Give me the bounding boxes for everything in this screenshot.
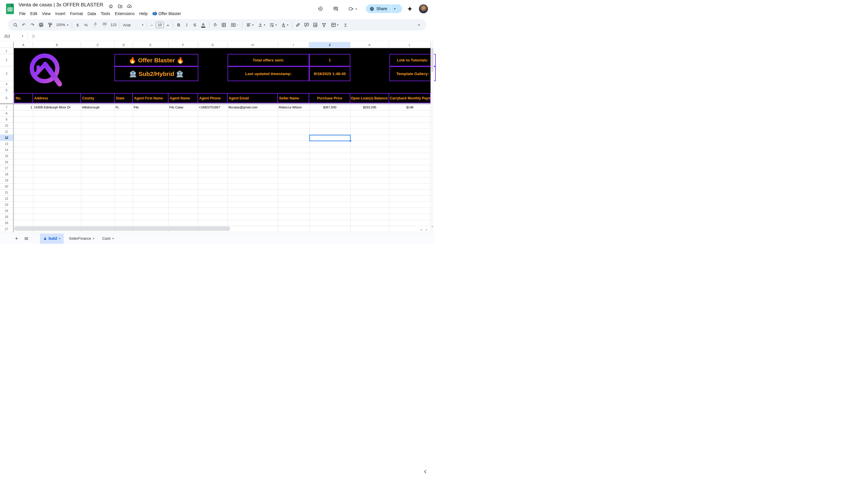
column-header-C[interactable]: C [81, 42, 115, 48]
header-cell-seller-name[interactable]: Seller Name [278, 93, 309, 103]
redo-button[interactable]: ↷ [28, 21, 37, 29]
menu-format[interactable]: Format [68, 10, 85, 17]
formula-input[interactable] [38, 31, 434, 41]
sheets-logo-icon[interactable] [6, 3, 14, 14]
banner-subtitle-cell[interactable]: 🏦 Sub2/Hybrid 🏦 [114, 66, 198, 81]
column-header-H[interactable]: H [227, 42, 278, 48]
row-header-9[interactable]: 9 [0, 117, 13, 123]
fill-color-button[interactable] [211, 21, 219, 29]
tutorials-link-cell[interactable]: Link to Tutorials: [390, 54, 434, 66]
decrease-decimals-button[interactable]: .0← [90, 21, 100, 29]
italic-button[interactable]: I [183, 21, 191, 29]
all-sheets-button[interactable] [22, 236, 31, 241]
row-header-26[interactable]: 26 [0, 220, 13, 226]
menu-view[interactable]: View [40, 10, 53, 17]
column-header-G[interactable]: G [198, 42, 227, 48]
timestamp-label-cell[interactable]: Last updated timestamp: [227, 66, 309, 81]
zoom-control[interactable]: 100% ▾ [54, 21, 70, 29]
selected-cell-J12[interactable] [309, 135, 351, 141]
header-cell-agent-phone[interactable]: Agent Phone [198, 93, 227, 103]
collapse-toolbar-button[interactable] [414, 21, 423, 29]
data-cell-row7-col-J[interactable]: $367,500 [309, 104, 350, 110]
font-family-control[interactable]: Arial ▾ [121, 21, 145, 29]
menu-extensions[interactable]: Extensions [112, 10, 137, 17]
meet-dropdown-caret[interactable]: ▾ [355, 8, 357, 10]
increase-font-size-button[interactable]: + [164, 21, 172, 29]
tab-dropdown-caret[interactable]: ▾ [112, 237, 114, 240]
column-header-D[interactable]: D [115, 42, 133, 48]
row-header-27[interactable]: 27 [0, 226, 13, 232]
share-button[interactable]: Share ▾ [366, 4, 402, 13]
row-header-25[interactable]: 25 [0, 214, 13, 220]
row-header-22[interactable]: 22 [0, 196, 13, 202]
timestamp-value-cell[interactable]: 9/18/2025 1:48:45 [309, 66, 350, 81]
column-header-K[interactable]: K [350, 42, 389, 48]
row-header-23[interactable]: 23 [0, 202, 13, 208]
data-cell-row7-col-D[interactable]: FL [115, 104, 133, 110]
row-header-12[interactable]: 12 [0, 135, 13, 141]
increase-decimals-button[interactable]: .00→ [100, 21, 109, 29]
menu-edit[interactable]: Edit [28, 10, 40, 17]
search-menus-button[interactable] [11, 21, 20, 29]
avatar[interactable] [419, 4, 428, 13]
cells-area[interactable]: 114308 Edinburgh Moor DrHillsboroughFLFi… [14, 104, 431, 232]
bold-button[interactable]: B [175, 21, 183, 29]
header-cell-agent-email[interactable]: Agent Email [227, 93, 278, 103]
vertical-align-button[interactable]: ▾ [256, 21, 267, 29]
decrease-font-size-button[interactable]: − [148, 21, 155, 29]
row-header-4[interactable]: 4 [0, 81, 13, 87]
strikethrough-button[interactable]: S [191, 21, 199, 29]
menu-insert[interactable]: Insert [53, 10, 68, 17]
data-cell-row7-col-K[interactable]: $292,095 [350, 104, 389, 110]
scroll-right-arrow[interactable]: ▸ [426, 228, 428, 231]
meet-video-icon[interactable] [348, 6, 354, 11]
insert-link-button[interactable] [293, 21, 302, 29]
sheet-tab-sellerfinance[interactable]: SellerFinance ▾ [66, 234, 97, 244]
menu-tools[interactable]: Tools [98, 10, 113, 17]
column-header-J[interactable]: J [309, 42, 350, 48]
horizontal-align-button[interactable]: ▾ [244, 21, 256, 29]
vertical-scrollbar-thumb[interactable] [431, 48, 433, 72]
header-cell-carryback-monthly-payment[interactable]: Carryback Monthly Payment [389, 93, 431, 103]
gemini-icon[interactable] [407, 6, 412, 11]
menu-file[interactable]: File [17, 10, 28, 17]
version-history-icon[interactable] [318, 6, 323, 11]
insert-comment-button[interactable] [302, 21, 311, 29]
row-header-17[interactable]: 17 [0, 165, 13, 171]
header-cell-agent-first-name[interactable]: Agent First Name [133, 93, 168, 103]
data-cell-row7-col-B[interactable]: 14308 Edinburgh Moor Dr [33, 104, 81, 110]
horizontal-scrollbar-thumb[interactable] [14, 226, 230, 231]
data-cell-row7-col-E[interactable]: Fils [133, 104, 168, 110]
text-color-button[interactable]: A [199, 21, 208, 29]
print-button[interactable] [37, 21, 45, 29]
header-cell-purchase-price[interactable]: Purchase Price [309, 93, 350, 103]
data-cell-row7-col-F[interactable]: Fils Calas [168, 104, 198, 110]
undo-button[interactable]: ↶ [20, 21, 28, 29]
sheet-tab-sub2[interactable]: Sub2 ▾ [40, 234, 64, 244]
name-box[interactable]: J12 ▾ [0, 34, 26, 38]
row-header-5[interactable]: 5 [0, 87, 13, 93]
scroll-left-arrow[interactable]: ◂ [421, 228, 422, 231]
row-header-14[interactable]: 14 [0, 147, 13, 153]
scroll-down-arrow[interactable]: ▾ [431, 224, 434, 229]
sheet-tab-cash[interactable]: Cash ▾ [99, 234, 117, 244]
document-title[interactable]: Venta de casas | 3x OFFER BLASTER [19, 2, 103, 8]
menu-help[interactable]: Help [137, 10, 150, 17]
data-cell-row7-col-A[interactable]: 1 [14, 104, 33, 110]
row-header-6[interactable]: 6 [0, 93, 13, 103]
column-header-A[interactable]: A [14, 42, 33, 48]
paint-format-button[interactable] [45, 21, 54, 29]
header-cell-agent-name[interactable]: Agent Name [168, 93, 198, 103]
create-filter-button[interactable] [320, 21, 328, 29]
column-header-E[interactable]: E [133, 42, 168, 48]
star-icon[interactable] [108, 4, 114, 9]
font-size-input[interactable]: 10 [156, 22, 164, 28]
comment-history-icon[interactable] [333, 6, 338, 11]
text-rotation-button[interactable]: ▾ [279, 21, 290, 29]
select-all-corner[interactable] [0, 42, 13, 48]
row-header-10[interactable]: 10 [0, 123, 13, 129]
row-header-24[interactable]: 24 [0, 208, 13, 214]
merge-cells-button[interactable]: ▾ [228, 21, 241, 29]
data-cell-row7-col-H[interactable]: filscalas@gmail.com [227, 104, 278, 110]
column-header-F[interactable]: F [168, 42, 198, 48]
